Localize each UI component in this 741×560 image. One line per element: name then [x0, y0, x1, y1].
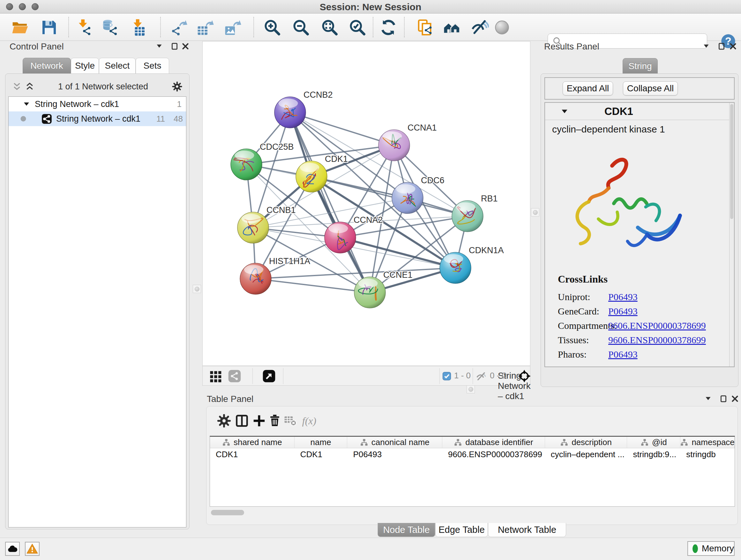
gene-description: cyclin–dependent kinase 1 — [552, 124, 665, 135]
table-panel-float-icon[interactable] — [719, 394, 728, 403]
fit-crosshair-icon[interactable] — [517, 369, 531, 383]
collapse-all-networks-icon[interactable] — [25, 82, 35, 91]
grid-view-icon[interactable] — [208, 369, 222, 383]
crosslink-link[interactable]: 9606.ENSP00000378699 — [608, 334, 706, 346]
cell--id[interactable]: stringdb:9... — [627, 448, 680, 460]
export-network-button[interactable] — [170, 18, 188, 37]
show-all-nodes-edges-button[interactable] — [493, 18, 511, 37]
tab-edge-table[interactable]: Edge Table — [435, 523, 488, 537]
edge-HIST1H1A-CCNE1[interactable] — [256, 279, 370, 293]
network-tree-root-row[interactable]: String Network – cdk1 1 — [9, 97, 186, 111]
export-table-button[interactable] — [196, 18, 214, 37]
node-CCNA2[interactable] — [325, 222, 356, 253]
crosslink-link[interactable]: P06493 — [608, 292, 637, 302]
tab-network[interactable]: Network — [23, 58, 71, 74]
expand-all-networks-icon[interactable] — [12, 82, 22, 91]
selected-checkbox-icon[interactable] — [442, 371, 452, 381]
horizontal-splitter-handle[interactable] — [467, 385, 475, 393]
control-panel-float-icon[interactable] — [170, 42, 179, 51]
tree-expand-icon[interactable] — [23, 100, 30, 108]
zoom-selected-button[interactable] — [348, 18, 367, 37]
import-network-from-database-button[interactable] — [101, 18, 119, 37]
tab-sets[interactable]: Sets — [136, 58, 169, 74]
memory-button[interactable]: Memory — [687, 541, 735, 556]
node-CCNB1[interactable] — [238, 212, 269, 243]
tab-select[interactable]: Select — [99, 58, 136, 74]
cell-shared-name[interactable]: CDK1 — [210, 448, 294, 460]
crosslink-link[interactable]: P06493 — [608, 306, 637, 317]
column-header-database-identifier[interactable]: database identifier — [442, 437, 545, 448]
cell-database-identifier[interactable]: 9606.ENSP00000378699 — [442, 448, 545, 460]
tab-string[interactable]: String — [623, 58, 658, 74]
expand-all-button[interactable]: Expand All — [562, 81, 613, 96]
left-splitter-handle[interactable] — [193, 285, 201, 293]
zoom-out-button[interactable] — [292, 18, 310, 37]
table-settings-gear-icon[interactable] — [217, 414, 232, 429]
entry-collapse-icon[interactable] — [560, 107, 569, 116]
network-options-gear-icon[interactable] — [172, 81, 183, 92]
column-header--id[interactable]: @id — [627, 437, 680, 448]
apply-preferred-layout-button[interactable] — [379, 18, 398, 37]
node-CDC6[interactable] — [392, 182, 423, 213]
crosslink-label: GeneCard: — [558, 306, 608, 317]
column-header-canonical-name[interactable]: canonical name — [347, 437, 442, 448]
hidden-eye-icon[interactable] — [476, 371, 487, 382]
node-CDKN1A[interactable] — [440, 252, 471, 284]
zoom-fit-button[interactable] — [320, 18, 339, 37]
show-columns-icon[interactable] — [234, 414, 250, 429]
network-canvas[interactable]: CCNB2CCNA1CDC25BCDK1CDC6RB1CCNB1CCNA2CDK… — [202, 41, 530, 366]
edge-CCNB2-CCNA1[interactable] — [290, 112, 394, 145]
warnings-button[interactable] — [25, 542, 40, 556]
node-CCNA1[interactable] — [379, 130, 410, 161]
tab-node-table[interactable]: Node Table — [378, 523, 435, 537]
results-panel-collapse-icon[interactable] — [701, 42, 711, 51]
gene-entry-header[interactable]: CDK1 — [545, 103, 734, 120]
duplicate-network-button[interactable] — [416, 18, 434, 37]
add-column-icon[interactable] — [252, 414, 267, 429]
export-image-button[interactable] — [223, 18, 242, 37]
detach-view-icon[interactable] — [262, 369, 276, 383]
table-horizontal-scrollbar[interactable] — [210, 510, 734, 516]
column-header-namespace[interactable]: namespace — [680, 437, 735, 448]
node-CDK1[interactable] — [296, 161, 327, 192]
control-panel-collapse-icon[interactable] — [154, 42, 164, 51]
zoom-in-button[interactable] — [263, 18, 281, 37]
node-CCNB2[interactable] — [274, 97, 306, 128]
show-network-overview-button[interactable] — [443, 18, 461, 37]
cell-canonical-name[interactable]: P06493 — [347, 448, 442, 460]
cloud-button[interactable] — [5, 542, 20, 556]
tab-style[interactable]: Style — [71, 58, 99, 74]
import-table-from-file-button[interactable] — [129, 18, 147, 37]
cell-description[interactable]: cyclin–dependent ... — [545, 448, 627, 460]
hide-selected-button[interactable] — [471, 18, 489, 37]
open-session-button[interactable] — [11, 18, 29, 37]
table-panel-collapse-icon[interactable] — [703, 394, 713, 403]
network-tree-row[interactable]: String Network – cdk1 11 48 — [9, 111, 186, 126]
table-panel-close-icon[interactable] — [730, 394, 740, 403]
results-scrollbar[interactable] — [729, 103, 734, 367]
column-header-description[interactable]: description — [545, 437, 627, 448]
node-RB1[interactable] — [452, 200, 483, 232]
results-panel-close-icon[interactable] — [728, 42, 738, 51]
string-network-graph[interactable]: CCNB2CCNA1CDC25BCDK1CDC6RB1CCNB1CCNA2CDK… — [203, 42, 530, 366]
control-panel-close-icon[interactable] — [181, 42, 190, 51]
results-panel-float-icon[interactable] — [717, 42, 726, 51]
import-network-from-file-button[interactable] — [75, 18, 93, 37]
collapse-all-button[interactable]: Collapse All — [623, 81, 678, 96]
delete-column-trash-icon[interactable] — [268, 414, 283, 429]
cell-namespace[interactable]: stringdb — [680, 448, 735, 460]
node-HIST1H1A[interactable] — [240, 263, 271, 294]
crosslink-link[interactable]: P06493 — [608, 349, 637, 360]
right-splitter-handle[interactable] — [531, 208, 539, 216]
column-header-name[interactable]: name — [294, 437, 347, 448]
cell-name[interactable]: CDK1 — [294, 448, 347, 460]
share-view-icon[interactable] — [227, 369, 242, 383]
table-row[interactable]: CDK1CDK1P064939606.ENSP00000378699cyclin… — [210, 448, 735, 460]
node-CCNE1[interactable] — [354, 277, 386, 308]
column-header-shared-name[interactable]: shared name — [210, 437, 294, 448]
save-session-button[interactable] — [40, 18, 58, 37]
table-panel-body: f(x) shared namenamecanonical namedataba… — [206, 406, 738, 525]
crosslink-link[interactable]: 9606.ENSP00000378699 — [608, 320, 706, 331]
node-CDC25B[interactable] — [231, 149, 262, 180]
tab-network-table[interactable]: Network Table — [488, 523, 566, 537]
